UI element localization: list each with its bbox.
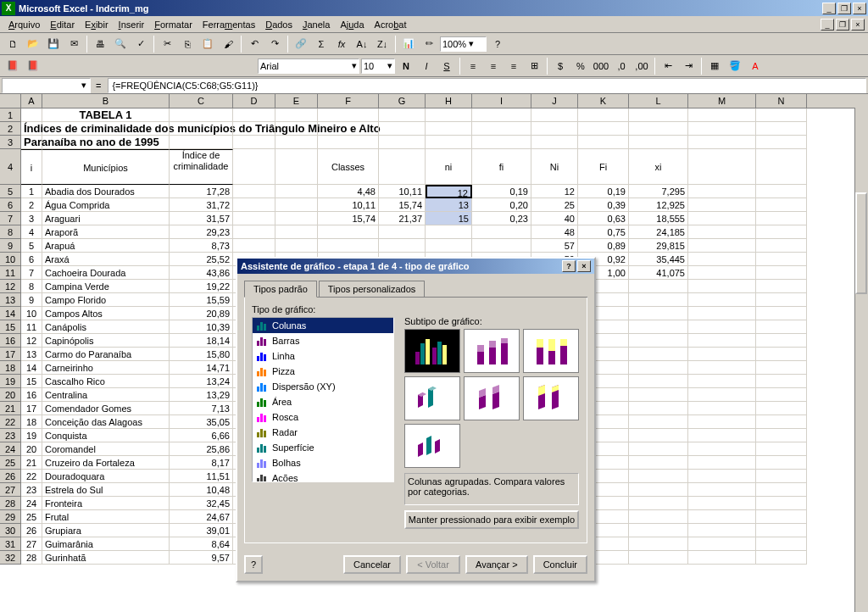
cell[interactable]: 0,75 — [578, 225, 629, 239]
header-cell[interactable]: Fi — [578, 149, 629, 185]
doc-close-button[interactable]: × — [851, 19, 865, 31]
cell[interactable] — [756, 185, 807, 198]
cell[interactable]: Araguari — [42, 212, 170, 225]
cell[interactable]: 24 — [21, 497, 42, 510]
chart-type-item[interactable]: Ações — [253, 470, 393, 482]
cell[interactable]: 25 — [21, 510, 42, 524]
cell[interactable] — [629, 122, 688, 136]
cell[interactable] — [42, 136, 170, 149]
mail-icon[interactable]: ✉ — [64, 35, 83, 53]
cell[interactable] — [688, 185, 756, 198]
cell[interactable]: Canápolis — [42, 320, 170, 334]
cell[interactable] — [629, 334, 688, 348]
cell[interactable] — [756, 212, 807, 225]
cell[interactable] — [688, 388, 756, 402]
cell[interactable]: 13 — [21, 348, 42, 361]
row-header[interactable]: 22 — [0, 415, 21, 429]
cell[interactable] — [688, 122, 756, 136]
cell[interactable] — [233, 108, 275, 122]
row-header[interactable]: 20 — [0, 388, 21, 402]
cell[interactable] — [688, 348, 756, 361]
dialog-titlebar[interactable]: Assistente de gráfico - etapa 1 de 4 - t… — [237, 259, 594, 274]
chart-type-item[interactable]: Colunas — [253, 318, 393, 333]
cell[interactable] — [629, 470, 688, 483]
close-button[interactable]: × — [853, 3, 866, 14]
comma-icon[interactable]: 000 — [592, 57, 610, 75]
cell[interactable] — [756, 415, 807, 429]
row-header[interactable]: 30 — [0, 524, 21, 537]
cell[interactable]: 12 — [531, 185, 578, 198]
cell[interactable] — [688, 225, 756, 239]
cell[interactable]: 10,39 — [170, 320, 233, 334]
row-header[interactable]: 17 — [0, 348, 21, 361]
pdf2-icon[interactable]: 📕 — [24, 57, 42, 75]
row-header[interactable]: 27 — [0, 483, 21, 497]
next-button[interactable]: Avançar > — [465, 555, 528, 574]
cell[interactable] — [426, 108, 472, 122]
cell[interactable]: 13 — [426, 198, 472, 212]
cell[interactable] — [531, 108, 578, 122]
dec-indent-icon[interactable]: ⇤ — [659, 57, 677, 75]
col-header[interactable]: F — [318, 94, 379, 108]
row-header[interactable]: 9 — [0, 239, 21, 253]
cell[interactable] — [233, 122, 275, 136]
row-header[interactable]: 28 — [0, 497, 21, 510]
cell[interactable] — [426, 239, 472, 253]
cell[interactable] — [472, 239, 531, 253]
cell[interactable]: 6 — [21, 253, 42, 266]
col-header[interactable]: L — [629, 94, 688, 108]
cell[interactable] — [629, 320, 688, 334]
percent-icon[interactable]: % — [571, 57, 590, 75]
cell[interactable] — [275, 212, 318, 225]
cell[interactable]: Frutal — [42, 510, 170, 524]
col-header[interactable]: C — [170, 94, 233, 108]
doc-restore-button[interactable]: ❐ — [836, 19, 849, 31]
menu-ferramentas[interactable]: Ferramentas — [198, 18, 260, 31]
bold-icon[interactable]: N — [397, 57, 415, 75]
menu-ajuda[interactable]: Ajuda — [335, 18, 369, 31]
cell[interactable] — [756, 483, 807, 497]
sort-desc-icon[interactable]: Z↓ — [373, 35, 392, 53]
chart-type-item[interactable]: Área — [253, 394, 393, 409]
cut-icon[interactable]: ✂ — [158, 35, 176, 53]
cell[interactable]: 10,11 — [379, 185, 426, 198]
col-header[interactable]: H — [426, 94, 472, 108]
cell[interactable]: 19 — [21, 429, 42, 442]
cell[interactable] — [688, 375, 756, 388]
cell[interactable]: 0,89 — [578, 239, 629, 253]
row-header[interactable]: 12 — [0, 280, 21, 293]
new-icon[interactable]: 🗋 — [3, 35, 22, 53]
cell[interactable]: 13,29 — [170, 388, 233, 402]
cell[interactable]: 15,74 — [379, 198, 426, 212]
cell[interactable] — [472, 122, 531, 136]
cell[interactable]: 11,51 — [170, 470, 233, 483]
cell[interactable]: 14,71 — [170, 361, 233, 375]
cell[interactable]: 15,59 — [170, 293, 233, 307]
cell[interactable] — [170, 108, 233, 122]
cell[interactable] — [688, 239, 756, 253]
dialog-close-icon[interactable]: × — [577, 260, 591, 272]
cell[interactable]: 21 — [21, 456, 42, 470]
cell[interactable] — [233, 185, 275, 198]
cell[interactable] — [756, 524, 807, 537]
cell[interactable] — [688, 551, 756, 565]
inc-decimal-icon[interactable]: ,0 — [612, 57, 631, 75]
hyperlink-icon[interactable]: 🔗 — [292, 35, 310, 53]
row-header[interactable]: 15 — [0, 320, 21, 334]
header-cell[interactable]: Índice de criminalidade — [170, 149, 233, 185]
cell[interactable] — [629, 293, 688, 307]
cell[interactable]: 10,48 — [170, 483, 233, 497]
cell[interactable]: 4,48 — [318, 185, 379, 198]
font-color-icon[interactable]: A — [746, 57, 765, 75]
cell[interactable]: 25 — [531, 198, 578, 212]
row-header[interactable]: 25 — [0, 456, 21, 470]
cell[interactable] — [756, 320, 807, 334]
redo-icon[interactable]: ↷ — [265, 35, 284, 53]
print-icon[interactable]: 🖶 — [91, 35, 109, 53]
chart-type-item[interactable]: Dispersão (XY) — [253, 379, 393, 394]
cell[interactable]: 6,66 — [170, 429, 233, 442]
cell[interactable] — [688, 334, 756, 348]
format-painter-icon[interactable]: 🖌 — [219, 35, 237, 53]
cell[interactable] — [756, 510, 807, 524]
cell[interactable] — [42, 122, 170, 136]
